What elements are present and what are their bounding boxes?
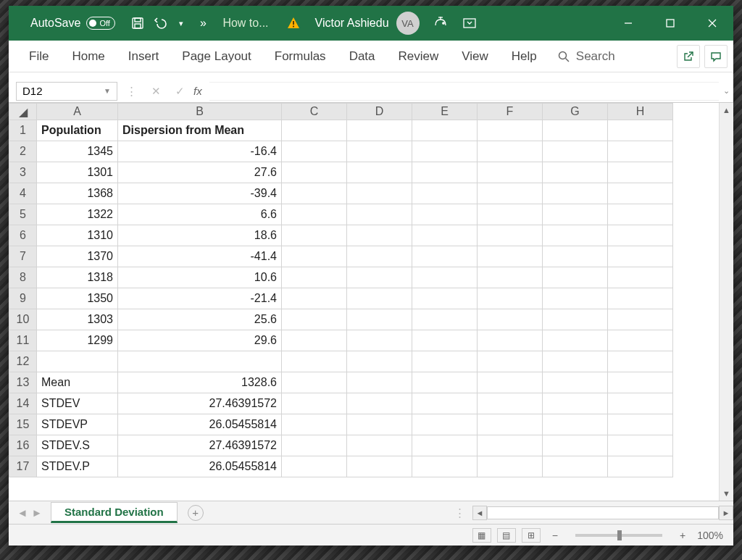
cell-E15[interactable] (412, 414, 478, 435)
row-header[interactable]: 16 (9, 435, 37, 456)
cell-B2[interactable]: -16.4 (118, 141, 282, 162)
cell-F5[interactable] (478, 204, 543, 225)
view-page-layout-icon[interactable]: ▤ (497, 528, 516, 543)
split-handle[interactable]: ⋮ (454, 506, 465, 519)
save-icon[interactable] (130, 15, 146, 31)
cell-B1[interactable]: Dispersion from Mean (118, 120, 282, 141)
quick-access-icon[interactable] (433, 15, 449, 31)
cell-H12[interactable] (608, 351, 673, 372)
row-header[interactable]: 6 (9, 225, 37, 246)
cell-E16[interactable] (412, 435, 478, 456)
cell-D2[interactable] (347, 141, 412, 162)
cell-G6[interactable] (543, 225, 608, 246)
horizontal-scrollbar[interactable]: ◄ ► (472, 506, 733, 520)
cell-C10[interactable] (282, 309, 347, 330)
col-header-A[interactable]: A (37, 104, 118, 120)
cell-B12[interactable] (118, 351, 282, 372)
tab-home[interactable]: Home (60, 41, 116, 72)
cell-B3[interactable]: 27.6 (118, 162, 282, 183)
row-header[interactable]: 14 (9, 393, 37, 414)
cell-G14[interactable] (543, 393, 608, 414)
zoom-slider[interactable] (575, 534, 662, 537)
col-header-D[interactable]: D (347, 104, 412, 120)
cell-H8[interactable] (608, 267, 673, 288)
cell-D7[interactable] (347, 246, 412, 267)
cell-B5[interactable]: 6.6 (118, 204, 282, 225)
cell-G5[interactable] (543, 204, 608, 225)
cell-E13[interactable] (412, 372, 478, 393)
cell-C4[interactable] (282, 183, 347, 204)
row-header[interactable]: 5 (9, 204, 37, 225)
cell-H11[interactable] (608, 330, 673, 351)
cell-F14[interactable] (478, 393, 543, 414)
cell-E5[interactable] (412, 204, 478, 225)
cell-H3[interactable] (608, 162, 673, 183)
cell-A8[interactable]: 1318 (37, 267, 118, 288)
row-header[interactable]: 13 (9, 372, 37, 393)
cell-H6[interactable] (608, 225, 673, 246)
comments-button[interactable] (704, 45, 728, 68)
cell-H15[interactable] (608, 414, 673, 435)
cell-B8[interactable]: 10.6 (118, 267, 282, 288)
cell-F16[interactable] (478, 435, 543, 456)
avatar[interactable]: VA (396, 12, 420, 35)
cell-F12[interactable] (478, 351, 543, 372)
cell-G3[interactable] (543, 162, 608, 183)
undo-icon[interactable] (151, 15, 167, 31)
cell-C5[interactable] (282, 204, 347, 225)
row-header[interactable]: 2 (9, 141, 37, 162)
worksheet[interactable]: ◢ A B C D E F G H 1PopulationDispersion … (9, 103, 719, 501)
cell-A2[interactable]: 1345 (37, 141, 118, 162)
cell-C14[interactable] (282, 393, 347, 414)
sheet-nav-next[interactable]: ► (30, 506, 43, 519)
cell-C11[interactable] (282, 330, 347, 351)
cell-F11[interactable] (478, 330, 543, 351)
row-header[interactable]: 11 (9, 330, 37, 351)
cell-G2[interactable] (543, 141, 608, 162)
cancel-formula-icon[interactable]: ✕ (151, 85, 161, 98)
cell-A10[interactable]: 1303 (37, 309, 118, 330)
cell-A5[interactable]: 1322 (37, 204, 118, 225)
tab-formulas[interactable]: Formulas (263, 41, 338, 72)
cell-C2[interactable] (282, 141, 347, 162)
formula-input[interactable] (209, 82, 719, 101)
row-header[interactable]: 3 (9, 162, 37, 183)
cell-H7[interactable] (608, 246, 673, 267)
cell-B6[interactable]: 18.6 (118, 225, 282, 246)
cell-D11[interactable] (347, 330, 412, 351)
col-header-F[interactable]: F (478, 104, 543, 120)
tell-me-search[interactable]: Search (549, 49, 624, 64)
cell-B11[interactable]: 29.6 (118, 330, 282, 351)
cell-A17[interactable]: STDEV.P (37, 456, 118, 477)
cell-F1[interactable] (478, 120, 543, 141)
cell-G10[interactable] (543, 309, 608, 330)
tab-review[interactable]: Review (387, 41, 451, 72)
cell-E8[interactable] (412, 267, 478, 288)
cell-F17[interactable] (478, 456, 543, 477)
cell-E3[interactable] (412, 162, 478, 183)
cell-G16[interactable] (543, 435, 608, 456)
cell-D8[interactable] (347, 267, 412, 288)
view-page-break-icon[interactable]: ⊞ (522, 528, 541, 543)
cell-G12[interactable] (543, 351, 608, 372)
cell-A4[interactable]: 1368 (37, 183, 118, 204)
row-header[interactable]: 7 (9, 246, 37, 267)
formula-options-icon[interactable]: ⋮ (126, 85, 137, 98)
cell-F6[interactable] (478, 225, 543, 246)
cell-D5[interactable] (347, 204, 412, 225)
col-header-H[interactable]: H (608, 104, 673, 120)
cell-D13[interactable] (347, 372, 412, 393)
tab-data[interactable]: Data (338, 41, 387, 72)
scroll-up-icon[interactable]: ▲ (720, 103, 733, 117)
cell-G4[interactable] (543, 183, 608, 204)
zoom-level[interactable]: 100% (697, 530, 723, 541)
cell-A3[interactable]: 1301 (37, 162, 118, 183)
cell-C17[interactable] (282, 456, 347, 477)
col-header-E[interactable]: E (412, 104, 478, 120)
cell-G8[interactable] (543, 267, 608, 288)
zoom-in-button[interactable]: + (680, 530, 685, 541)
cell-D10[interactable] (347, 309, 412, 330)
cell-A9[interactable]: 1350 (37, 288, 118, 309)
more-qat-icon[interactable]: » (195, 15, 211, 31)
cell-C1[interactable] (282, 120, 347, 141)
